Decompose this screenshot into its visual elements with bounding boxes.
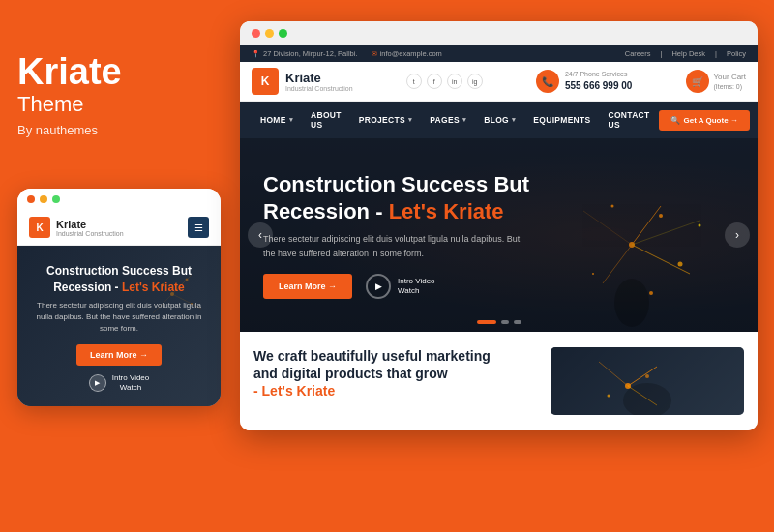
- svg-point-13: [649, 291, 653, 295]
- carousel-dot-2[interactable]: [501, 320, 509, 324]
- cart-text: Your Cart (Items: 0): [714, 72, 747, 92]
- carousel-dots: [477, 320, 521, 324]
- mobile-hero-content: Construction Success But Recession - Let…: [31, 263, 207, 393]
- desktop-logo-icon: K: [252, 68, 279, 95]
- svg-point-9: [611, 205, 614, 208]
- desktop-logo-text-area: Kriate Industrial Construction: [285, 71, 353, 92]
- mobile-dot-green: [52, 195, 60, 203]
- desktop-logo-area: K Kriate Industrial Construction: [252, 68, 353, 95]
- desktop-dot-red: [252, 29, 260, 38]
- carousel-arrow-right[interactable]: ›: [725, 222, 750, 248]
- hero-sparks-decoration: [535, 148, 729, 332]
- mobile-hero-title: Construction Success But Recession - Let…: [31, 263, 207, 296]
- linkedin-icon[interactable]: in: [447, 74, 462, 89]
- desktop-logo-sub: Industrial Construction: [285, 85, 353, 92]
- nav-item-projects[interactable]: PROJECTS ▾: [350, 106, 422, 133]
- desktop-bottom-section: We craft beautifully useful marketing an…: [240, 332, 758, 430]
- mobile-hero-desc: There sectetur adipiscing elit duis volu…: [31, 300, 207, 335]
- policy-link[interactable]: Policy: [727, 49, 746, 58]
- brand-subtitle: Theme: [17, 92, 230, 117]
- brand-by: By nauthemes: [17, 123, 230, 137]
- nav-item-contact[interactable]: CONTACT US: [600, 102, 659, 138]
- carousel-dot-3[interactable]: [514, 320, 521, 324]
- nav-item-blog[interactable]: BLOG ▾: [475, 106, 524, 133]
- bottom-heading: We craft beautifully useful marketing an…: [253, 347, 537, 400]
- svg-line-18: [583, 211, 632, 245]
- hero-actions: Learn More → ▶ Intro Video Watch: [263, 274, 534, 299]
- mobile-logo-sub: Industrial Construction: [56, 230, 124, 237]
- desktop-dot-green: [279, 29, 287, 38]
- svg-line-15: [632, 245, 690, 274]
- hero-video-button[interactable]: ▶ Intro Video Watch: [366, 274, 435, 299]
- facebook-icon[interactable]: f: [427, 74, 442, 89]
- mobile-window-dots: [17, 189, 221, 210]
- main-nav-bar: K Kriate Industrial Construction t f in …: [240, 62, 758, 102]
- nav-item-pages[interactable]: PAGES ▾: [421, 106, 475, 133]
- cart-area[interactable]: 🛒 Your Cart (Items: 0): [686, 70, 747, 93]
- svg-point-10: [678, 262, 683, 267]
- nav-item-equipments[interactable]: EQUIPMENTS: [524, 106, 599, 133]
- location-icon: 📍: [252, 50, 260, 58]
- svg-point-21: [645, 374, 649, 378]
- careers-link[interactable]: Careers: [625, 49, 651, 58]
- mobile-dot-red: [27, 195, 35, 203]
- top-info-bar: 📍 27 Division, Mirpur-12, Pallbi. ✉ info…: [240, 45, 758, 62]
- svg-point-22: [608, 395, 610, 398]
- mobile-video-button[interactable]: ▶ Intro Video Watch: [31, 373, 207, 394]
- hero-play-icon: ▶: [366, 274, 391, 299]
- twitter-icon[interactable]: t: [406, 74, 422, 89]
- svg-point-11: [592, 273, 594, 275]
- phone-icon: 📞: [536, 70, 559, 93]
- svg-line-25: [599, 362, 628, 386]
- phone-area: 📞 24/7 Phone Services 555 666 999 00: [536, 70, 633, 93]
- carousel-dot-1[interactable]: [477, 320, 496, 324]
- bottom-accent-text: - Let's Kriate: [253, 383, 335, 399]
- mobile-video-text: Intro Video Watch: [112, 373, 150, 394]
- email-icon: ✉: [372, 50, 377, 58]
- get-quote-button[interactable]: 🔍 Get A Quote →: [659, 110, 750, 131]
- hero-description: There sectetur adipiscing elit duis volu…: [263, 232, 534, 260]
- nav-items-group: HOME ▾ ABOUT US PROJECTS ▾ PAGES ▾ BLOG …: [252, 102, 659, 138]
- instagram-icon[interactable]: ig: [467, 74, 483, 89]
- projects-chevron-icon: ▾: [408, 116, 412, 124]
- hero-video-text: Intro Video Watch: [398, 277, 435, 297]
- social-icons-group: t f in ig: [406, 74, 483, 89]
- address-item: 📍 27 Division, Mirpur-12, Pallbi.: [252, 49, 358, 58]
- help-desk-link[interactable]: Help Desk: [671, 49, 705, 58]
- svg-line-17: [632, 221, 700, 245]
- svg-line-14: [632, 206, 661, 245]
- bottom-text-area: We craft beautifully useful marketing an…: [253, 347, 537, 403]
- desktop-window-dots: [240, 21, 758, 45]
- mobile-nav-bar: K Kriate Industrial Construction ☰: [17, 210, 221, 246]
- hero-learn-more-button[interactable]: Learn More →: [263, 274, 352, 299]
- bottom-image-sparks: [551, 347, 744, 415]
- mobile-play-icon: ▶: [89, 374, 106, 392]
- desktop-logo-name: Kriate: [285, 71, 353, 85]
- top-info-left: 📍 27 Division, Mirpur-12, Pallbi. ✉ info…: [252, 49, 442, 58]
- mobile-dot-yellow: [40, 195, 47, 203]
- cart-icon: 🛒: [686, 70, 709, 93]
- svg-point-12: [699, 224, 701, 227]
- desktop-hero-section: ‹ › Construction Success But Recession -…: [240, 138, 758, 332]
- mobile-learn-more-button[interactable]: Learn More →: [76, 344, 162, 366]
- nav-item-home[interactable]: HOME ▾: [252, 106, 302, 133]
- hero-accent-text: Let's Kriate: [389, 199, 504, 223]
- blog-chevron-icon: ▾: [512, 116, 516, 124]
- phone-text: 24/7 Phone Services 555 666 999 00: [565, 70, 633, 93]
- hero-content: Construction Success But Recession - Let…: [240, 142, 557, 328]
- desktop-nav-menu: HOME ▾ ABOUT US PROJECTS ▾ PAGES ▾ BLOG …: [240, 102, 758, 138]
- carousel-arrow-left[interactable]: ‹: [248, 222, 273, 248]
- mobile-hamburger-icon[interactable]: ☰: [188, 217, 209, 238]
- email-item: ✉ info@example.com: [372, 49, 442, 58]
- nav-item-about[interactable]: ABOUT US: [302, 102, 350, 138]
- svg-line-23: [628, 367, 657, 386]
- hero-title: Construction Success But Recession - Let…: [263, 171, 534, 224]
- left-panel: Kriate Theme By nauthemes: [17, 53, 230, 137]
- mobile-mockup: K Kriate Industrial Construction ☰ Const…: [17, 189, 221, 406]
- mobile-logo-area: K Kriate Industrial Construction: [29, 217, 124, 238]
- svg-point-8: [659, 214, 663, 218]
- top-info-right: Careers | Help Desk | Policy: [625, 49, 746, 58]
- mobile-hero-section: Construction Success But Recession - Let…: [17, 246, 221, 406]
- bottom-image: [551, 347, 744, 415]
- home-chevron-icon: ▾: [289, 116, 293, 124]
